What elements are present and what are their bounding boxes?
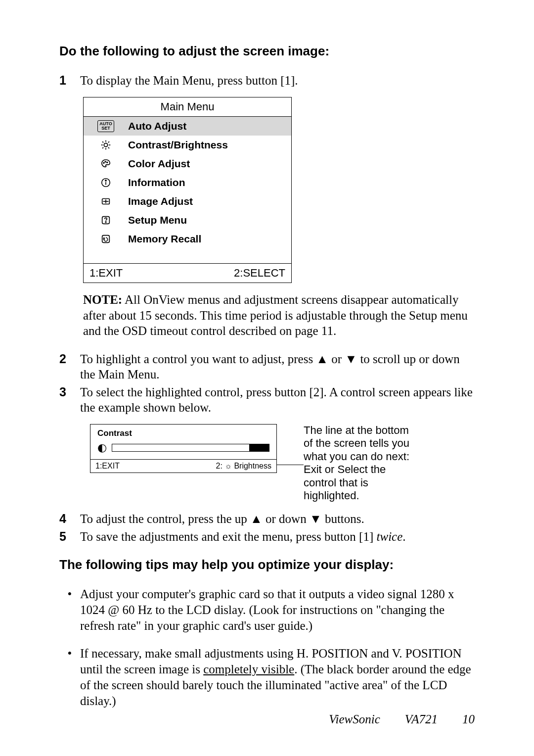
control-panel-label: Contrast — [97, 428, 269, 438]
step-text: To display the Main Menu, press button [… — [80, 73, 475, 88]
slider-fill — [249, 444, 269, 452]
menu-item-color-adjust: Color Adjust — [84, 154, 291, 173]
svg-point-19 — [105, 222, 106, 223]
steps-list-3: 4 To adjust the control, press the up ▲ … — [59, 511, 475, 544]
steps-list-2: 2 To highlight a control you want to adj… — [59, 351, 475, 415]
control-panel: Contrast ◐ 1:EXIT 2: ☼ Brightness — [90, 424, 277, 473]
note-label: NOTE: — [83, 293, 122, 306]
contrast-icon: ◐ — [97, 441, 107, 454]
footer-brand: ViewSonic — [329, 712, 380, 726]
step-number: 3 — [59, 384, 80, 416]
main-menu-footer: 1:EXIT 2:SELECT — [84, 263, 291, 283]
main-menu-title: Main Menu — [84, 97, 291, 117]
brightness-icon — [84, 140, 128, 150]
svg-point-0 — [104, 143, 107, 147]
step-number: 2 — [59, 351, 80, 382]
step-number: 4 — [59, 511, 80, 526]
menu-item-auto-adjust: AUTOSET Auto Adjust — [84, 117, 291, 136]
menu-item-label: Color Adjust — [128, 158, 190, 170]
page-footer: ViewSonic VA721 10 — [329, 712, 475, 726]
step-number: 1 — [59, 73, 80, 88]
menu-item-image-adjust: Image Adjust — [84, 192, 291, 211]
menu-item-memory-recall: Memory Recall — [84, 230, 291, 248]
svg-point-10 — [105, 161, 106, 162]
control-panel-footer-right: 2: ☼ Brightness — [216, 462, 272, 471]
auto-set-icon: AUTOSET — [84, 120, 128, 132]
control-panel-row: Contrast ◐ 1:EXIT 2: ☼ Brightness The li… — [90, 424, 475, 502]
main-menu-panel: Main Menu AUTOSET Auto Adjust Contrast/B… — [83, 97, 292, 283]
svg-point-14 — [105, 180, 106, 181]
svg-line-6 — [108, 147, 109, 148]
tips-list: • Adjust your computer's graphic card so… — [59, 586, 475, 709]
recall-icon — [84, 234, 128, 244]
tip-text: Adjust your computer's graphic card so t… — [80, 586, 475, 634]
menu-item-contrast-brightness: Contrast/Brightness — [84, 136, 291, 154]
section-heading-tips: The following tips may help you optimize… — [59, 557, 475, 572]
menu-item-label: Contrast/Brightness — [128, 139, 228, 151]
info-icon — [84, 177, 128, 188]
footer-page-number: 10 — [462, 712, 475, 726]
step-number: 5 — [59, 529, 80, 544]
bullet-icon: • — [59, 586, 80, 634]
note-text: All OnView menus and adjustment screens … — [83, 293, 468, 337]
callout-connector — [277, 465, 304, 465]
tip-text: If necessary, make small adjustments usi… — [80, 646, 475, 709]
menu-item-setup-menu: Setup Menu — [84, 211, 291, 230]
svg-line-8 — [108, 142, 109, 142]
svg-line-7 — [102, 147, 103, 148]
menu-item-information: Information — [84, 173, 291, 192]
image-adjust-icon — [84, 196, 128, 207]
menu-item-label: Memory Recall — [128, 233, 201, 245]
menu-item-label: Auto Adjust — [128, 120, 186, 132]
note-block: NOTE: All OnView menus and adjustment sc… — [83, 292, 475, 338]
step-text: To adjust the control, press the up ▲ or… — [80, 511, 475, 526]
footer-model: VA721 — [405, 712, 438, 726]
control-panel-footer-exit: 1:EXIT — [95, 462, 120, 471]
step-text: To save the adjustments and exit the men… — [80, 529, 475, 544]
control-panel-footer: 1:EXIT 2: ☼ Brightness — [90, 459, 276, 472]
bullet-icon: • — [59, 646, 80, 709]
menu-item-label: Information — [128, 177, 185, 189]
svg-point-11 — [107, 162, 108, 163]
menu-item-label: Setup Menu — [128, 214, 187, 226]
callout-text: The line at the bottom of the screen tel… — [304, 424, 417, 502]
menu-footer-select: 2:SELECT — [234, 267, 285, 280]
steps-list: 1 To display the Main Menu, press button… — [59, 73, 475, 88]
svg-line-5 — [102, 142, 103, 142]
step-text: To highlight a control you want to adjus… — [80, 351, 475, 382]
palette-icon — [84, 158, 128, 169]
menu-footer-exit: 1:EXIT — [89, 267, 123, 280]
slider-bar — [112, 444, 269, 452]
question-icon — [84, 215, 128, 226]
step-text: To select the highlighted control, press… — [80, 384, 475, 416]
svg-point-9 — [103, 163, 104, 164]
section-heading-adjust: Do the following to adjust the screen im… — [59, 44, 475, 59]
menu-item-label: Image Adjust — [128, 195, 193, 207]
